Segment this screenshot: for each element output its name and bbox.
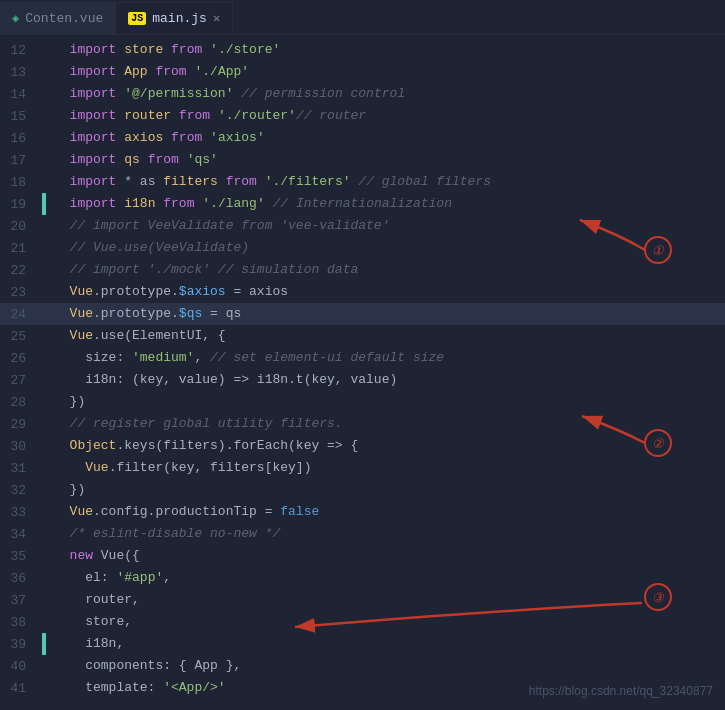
line-number: 34 (0, 527, 42, 542)
line-content: Vue.config.productionTip = false (46, 501, 725, 523)
line-content: router, (46, 589, 725, 611)
line-number: 31 (0, 461, 42, 476)
line-number: 27 (0, 373, 42, 388)
line-number: 13 (0, 65, 42, 80)
editor-container: ◈ Conten.vue JS main.js ✕ 12 import stor… (0, 0, 725, 710)
vue-icon: ◈ (12, 11, 19, 26)
code-line: 38 store, (0, 611, 725, 633)
line-content: Object.keys(filters).forEach(key => { (46, 435, 725, 457)
code-line: 28 }) (0, 391, 725, 413)
code-line: 26 size: 'medium', // set element-ui def… (0, 347, 725, 369)
code-line: 18 import * as filters from './filters' … (0, 171, 725, 193)
line-content: import store from './store' (46, 39, 725, 61)
tab-main-js[interactable]: JS main.js ✕ (115, 2, 233, 34)
code-line: 23 Vue.prototype.$axios = axios (0, 281, 725, 303)
line-content: Vue.filter(key, filters[key]) (46, 457, 725, 479)
line-content: // import VeeValidate from 'vee-validate… (46, 215, 725, 237)
line-number: 33 (0, 505, 42, 520)
line-content: import qs from 'qs' (46, 149, 725, 171)
code-line: 37 router, (0, 589, 725, 611)
line-content: Vue.use(ElementUI, { (46, 325, 725, 347)
line-content: // import './mock' // simulation data (46, 259, 725, 281)
line-content: // register global utility filters. (46, 413, 725, 435)
code-line: 17 import qs from 'qs' (0, 149, 725, 171)
line-content: import '@/permission' // permission cont… (46, 83, 725, 105)
line-number: 22 (0, 263, 42, 278)
line-content: Vue.prototype.$axios = axios (46, 281, 725, 303)
line-number: 35 (0, 549, 42, 564)
code-line: 12 import store from './store' (0, 39, 725, 61)
tab-bar: ◈ Conten.vue JS main.js ✕ (0, 0, 725, 35)
code-line: 20 // import VeeValidate from 'vee-valid… (0, 215, 725, 237)
line-number: 24 (0, 307, 42, 322)
code-line: 13 import App from './App' (0, 61, 725, 83)
line-number: 21 (0, 241, 42, 256)
code-line: 27 i18n: (key, value) => i18n.t(key, val… (0, 369, 725, 391)
line-content: /* eslint-disable no-new */ (46, 523, 725, 545)
line-number: 20 (0, 219, 42, 234)
line-number: 18 (0, 175, 42, 190)
line-number: 39 (0, 637, 42, 652)
code-line: 30 Object.keys(filters).forEach(key => { (0, 435, 725, 457)
line-number: 29 (0, 417, 42, 432)
code-line: 29 // register global utility filters. (0, 413, 725, 435)
line-number: 32 (0, 483, 42, 498)
line-content: }) (46, 479, 725, 501)
line-number: 30 (0, 439, 42, 454)
code-line: 24 Vue.prototype.$qs = qs (0, 303, 725, 325)
line-content: store, (46, 611, 725, 633)
line-number: 40 (0, 659, 42, 674)
code-editor: 12 import store from './store'13 import … (0, 35, 725, 710)
code-line: 39 i18n, (0, 633, 725, 655)
code-line: 32 }) (0, 479, 725, 501)
line-number: 38 (0, 615, 42, 630)
js-icon: JS (128, 12, 146, 25)
code-line: 19 import i18n from './lang' // Internat… (0, 193, 725, 215)
line-number: 41 (0, 681, 42, 696)
line-content: size: 'medium', // set element-ui defaul… (46, 347, 725, 369)
code-line: 14 import '@/permission' // permission c… (0, 83, 725, 105)
line-number: 16 (0, 131, 42, 146)
line-content: }) (46, 391, 725, 413)
tab-close-button[interactable]: ✕ (213, 11, 220, 26)
line-content: Vue.prototype.$qs = qs (46, 303, 725, 325)
tab-label-main: main.js (152, 11, 207, 26)
code-line: 33 Vue.config.productionTip = false (0, 501, 725, 523)
code-line: 36 el: '#app', (0, 567, 725, 589)
line-number: 23 (0, 285, 42, 300)
code-line: 34 /* eslint-disable no-new */ (0, 523, 725, 545)
line-content: import App from './App' (46, 61, 725, 83)
line-number: 36 (0, 571, 42, 586)
code-line: 40 components: { App }, (0, 655, 725, 677)
line-content: import axios from 'axios' (46, 127, 725, 149)
watermark: https://blog.csdn.net/qq_32340877 (529, 684, 713, 698)
code-line: 31 Vue.filter(key, filters[key]) (0, 457, 725, 479)
code-line: 35 new Vue({ (0, 545, 725, 567)
code-line: 25 Vue.use(ElementUI, { (0, 325, 725, 347)
line-content: i18n, (46, 633, 725, 655)
code-line: 21 // Vue.use(VeeValidate) (0, 237, 725, 259)
line-number: 15 (0, 109, 42, 124)
line-number: 14 (0, 87, 42, 102)
code-line: 22 // import './mock' // simulation data (0, 259, 725, 281)
line-content: el: '#app', (46, 567, 725, 589)
line-number: 19 (0, 197, 42, 212)
code-line: 16 import axios from 'axios' (0, 127, 725, 149)
tab-label-conten: Conten.vue (25, 11, 103, 26)
code-line: 15 import router from './router'// route… (0, 105, 725, 127)
line-content: new Vue({ (46, 545, 725, 567)
line-content: import router from './router'// router (46, 105, 725, 127)
line-number: 28 (0, 395, 42, 410)
code-lines: 12 import store from './store'13 import … (0, 35, 725, 703)
line-number: 17 (0, 153, 42, 168)
line-number: 26 (0, 351, 42, 366)
line-content: components: { App }, (46, 655, 725, 677)
line-number: 25 (0, 329, 42, 344)
line-content: import * as filters from './filters' // … (46, 171, 725, 193)
line-content: // Vue.use(VeeValidate) (46, 237, 725, 259)
line-content: i18n: (key, value) => i18n.t(key, value) (46, 369, 725, 391)
line-number: 12 (0, 43, 42, 58)
tab-conten-vue[interactable]: ◈ Conten.vue (0, 2, 115, 34)
line-content: import i18n from './lang' // Internation… (46, 193, 725, 215)
line-number: 37 (0, 593, 42, 608)
